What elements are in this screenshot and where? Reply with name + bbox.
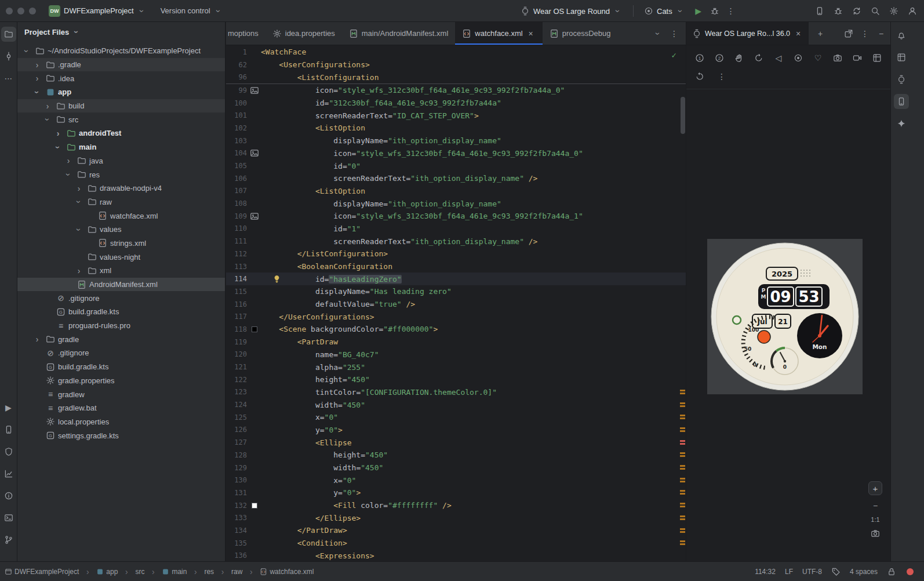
tilt-button[interactable] [751, 50, 766, 66]
line-number[interactable]: 103 [226, 137, 248, 145]
chevron-down-icon[interactable]: › [53, 143, 63, 152]
line-number[interactable]: 62 [226, 61, 248, 69]
line-number[interactable]: 112 [226, 250, 248, 258]
drawable-preview-icon[interactable] [250, 86, 259, 95]
zoom-out-button[interactable]: − [871, 501, 880, 510]
line-number[interactable]: 127 [226, 438, 248, 446]
tree-item-androidstudioprojects-dwfexampleproject[interactable]: ›~/AndroidStudioProjects/DWFExampleProje… [17, 44, 225, 58]
chevron-down-icon[interactable]: › [64, 170, 73, 179]
tree-item-watchface-xml[interactable]: watchface.xml [17, 209, 225, 223]
back-button-button[interactable]: ◁ [771, 50, 786, 66]
press-button-button[interactable] [791, 50, 806, 66]
line-number[interactable]: 114 [226, 275, 248, 283]
inspection-ok-icon[interactable]: ✓ [672, 50, 676, 60]
zoom-in-button[interactable]: + [868, 481, 882, 495]
notification-dot-icon[interactable] [905, 567, 915, 576]
vcs-widget[interactable]: Version control › [156, 3, 228, 19]
code-line-113[interactable]: 113 <BooleanConfiguration [226, 260, 686, 273]
tree-item-drawable-nodpi-v4[interactable]: ›drawable-nodpi-v4 [17, 181, 225, 195]
zoom-ratio[interactable]: 1:1 [871, 516, 879, 523]
tree-item-androidmanifest-xml[interactable]: AndroidManifest.xml [17, 278, 225, 292]
line-number[interactable]: 135 [226, 539, 248, 547]
line-number[interactable]: 129 [226, 464, 248, 472]
code-line-118[interactable]: 118 <Scene backgroundColor="#ff000000"> [226, 323, 686, 336]
line-number[interactable]: 105 [226, 162, 248, 170]
screen-record-button[interactable] [850, 50, 865, 66]
tree-item-gradlew-bat[interactable]: ≡gradlew.bat [17, 401, 225, 415]
code-line-128[interactable]: 128 height="450" [226, 449, 686, 462]
chevron-right-icon[interactable]: › [32, 60, 42, 70]
line-number[interactable]: 116 [226, 300, 248, 308]
running-devices-button[interactable] [894, 94, 909, 109]
code-line-124[interactable]: 124 width="450" [226, 398, 686, 411]
code-line-1[interactable]: 1<WatchFace [226, 46, 686, 59]
breadcrumb-item-app[interactable]: app [96, 568, 118, 576]
encoding[interactable]: UTF-8 [802, 568, 822, 576]
running-devices-tool-button[interactable] [1, 422, 16, 437]
line-separator[interactable]: LF [785, 568, 793, 576]
tree-item-main[interactable]: ›main [17, 140, 225, 154]
line-number[interactable]: 122 [226, 376, 248, 384]
code-line-123[interactable]: 123 tintColor="[CONFIGURATION.themeColor… [226, 386, 686, 399]
running-device-tab[interactable]: Wear OS Large Ro...l 36.0 × [686, 22, 809, 45]
code-line-110[interactable]: 110 id="1" [226, 223, 686, 235]
code-line-122[interactable]: 122 height="450" [226, 373, 686, 386]
line-number[interactable]: 99 [226, 86, 248, 95]
commit-tool-button[interactable] [1, 49, 16, 64]
tree-item-raw[interactable]: ›raw [17, 195, 225, 209]
chevron-right-icon[interactable]: › [74, 184, 83, 193]
code-line-135[interactable]: 135 <Condition> [226, 537, 686, 550]
version-control-tool-button[interactable] [1, 532, 16, 547]
chevron-down-icon[interactable]: › [74, 225, 83, 234]
run-button[interactable]: ▶ [691, 3, 706, 19]
line-number[interactable]: 110 [226, 224, 248, 233]
tree-item-gitignore[interactable]: ⊘.gitignore [17, 291, 225, 305]
code-line-126[interactable]: 126 y="0"> [226, 424, 686, 437]
code-line-107[interactable]: 107 <ListOption [226, 185, 686, 198]
code-line-121[interactable]: 121 alpha="255" [226, 361, 686, 373]
breadcrumb-item-res[interactable]: res [204, 568, 214, 576]
code-line-100[interactable]: 100 id="312c30bf_f64a_461e_9c93_992f2fb7… [226, 97, 686, 110]
code-line-103[interactable]: 103 displayName="ith_option_display_name… [226, 135, 686, 147]
line-number[interactable]: 126 [226, 426, 248, 434]
line-number[interactable]: 111 [226, 237, 248, 245]
line-number[interactable]: 1 [226, 48, 248, 56]
code-line-116[interactable]: 116 defaultValue="true" /> [226, 298, 686, 311]
line-number[interactable]: 101 [226, 111, 248, 119]
line-number[interactable]: 106 [226, 175, 248, 183]
code-line-115[interactable]: 115 displayName="Has leading zero" [226, 285, 686, 298]
panel-options-icon[interactable]: ⋮ [860, 29, 870, 38]
line-number[interactable]: 107 [226, 187, 248, 195]
line-number[interactable]: 123 [226, 388, 248, 396]
screenshot-button[interactable] [871, 529, 880, 538]
tree-item-local-properties[interactable]: local.properties [17, 415, 225, 429]
tab-processdebug[interactable]: processDebug [543, 22, 618, 45]
device-mirroring-icon[interactable] [815, 6, 824, 16]
tree-item-values[interactable]: ›values [17, 223, 225, 237]
code-line-112[interactable]: 112 </ListConfiguration> [226, 248, 686, 260]
debug-button[interactable] [707, 3, 722, 19]
close-tab-icon[interactable]: × [526, 29, 536, 38]
line-number[interactable]: 113 [226, 263, 248, 271]
chevron-down-icon[interactable]: › [22, 46, 31, 56]
tree-item-gradle[interactable]: ›gradle [17, 332, 225, 346]
heart-rate-button[interactable]: ♡ [810, 50, 825, 66]
tab-moptions[interactable]: moptions [226, 22, 265, 45]
device-explorer-button[interactable] [894, 72, 909, 87]
line-number[interactable]: 120 [226, 350, 248, 358]
chevron-right-icon[interactable]: › [64, 156, 73, 165]
line-number[interactable]: 136 [226, 551, 248, 560]
line-number[interactable]: 133 [226, 514, 248, 522]
hidden-tabs-icon[interactable]: › [653, 29, 663, 38]
code-line-119[interactable]: 119 <PartDraw [226, 336, 686, 348]
line-number[interactable]: 128 [226, 451, 248, 459]
button-1-button[interactable]: 1 [692, 50, 707, 66]
hide-panel-icon[interactable]: − [876, 29, 886, 38]
code-line-130[interactable]: 130 x="0" [226, 474, 686, 486]
minimize-window-button[interactable] [17, 8, 24, 14]
open-in-window-icon[interactable] [844, 29, 853, 38]
chevron-right-icon[interactable]: › [43, 101, 52, 111]
line-number[interactable]: 134 [226, 526, 248, 535]
chevron-down-icon[interactable]: › [43, 115, 52, 124]
editor-scrollbar[interactable] [681, 97, 685, 134]
